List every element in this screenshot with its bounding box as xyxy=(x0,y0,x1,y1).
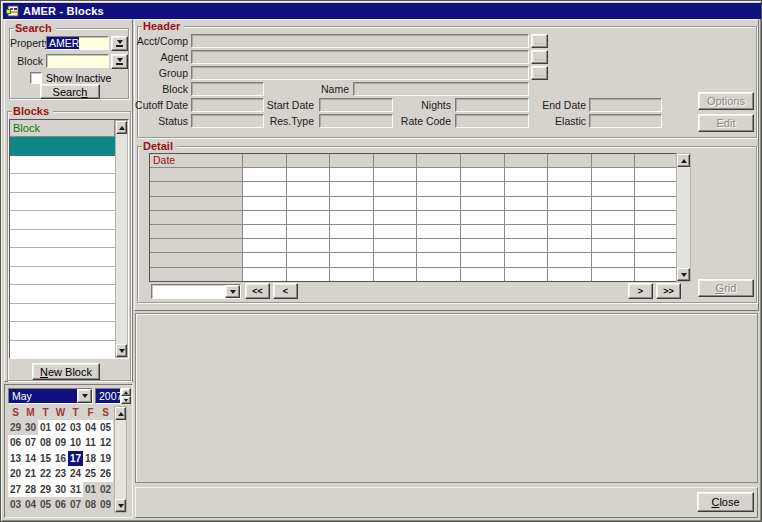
res-type-field[interactable] xyxy=(319,114,393,128)
detail-cell[interactable] xyxy=(548,168,591,181)
detail-cell[interactable] xyxy=(287,182,330,195)
titlebar[interactable]: AMER - Blocks xyxy=(3,3,761,19)
detail-date-cell[interactable] xyxy=(150,253,242,266)
detail-cell[interactable] xyxy=(592,211,635,224)
property-input[interactable]: AMER xyxy=(46,36,109,50)
spinner-up-icon[interactable] xyxy=(121,388,131,396)
detail-cell[interactable] xyxy=(592,168,635,181)
cutoff-date-field[interactable] xyxy=(191,98,264,112)
detail-column-header[interactable] xyxy=(505,154,548,167)
detail-cell[interactable] xyxy=(243,268,286,281)
calendar-day[interactable]: 09 xyxy=(98,497,113,512)
calendar-day[interactable]: 05 xyxy=(98,420,113,435)
calendar-day-selected[interactable]: 17 xyxy=(68,451,83,466)
calendar-day[interactable]: 11 xyxy=(83,435,98,450)
detail-date-cell[interactable] xyxy=(150,211,242,224)
detail-column-header[interactable] xyxy=(592,154,635,167)
block-list-row[interactable] xyxy=(10,341,115,359)
block-list-row[interactable] xyxy=(10,211,115,230)
rate-code-field[interactable] xyxy=(455,114,529,128)
detail-cell[interactable] xyxy=(461,253,504,266)
detail-column-header[interactable] xyxy=(548,154,591,167)
detail-cell[interactable] xyxy=(330,197,373,210)
detail-cell[interactable] xyxy=(374,211,417,224)
detail-cell[interactable] xyxy=(287,168,330,181)
detail-cell[interactable] xyxy=(287,253,330,266)
calendar-day[interactable]: 10 xyxy=(68,435,83,450)
detail-cell[interactable] xyxy=(330,168,373,181)
month-dropdown-button[interactable] xyxy=(77,389,92,403)
search-button[interactable]: Search xyxy=(40,84,100,99)
calendar-day[interactable]: 19 xyxy=(98,451,113,466)
detail-cell[interactable] xyxy=(548,182,591,195)
detail-cell[interactable] xyxy=(505,182,548,195)
blocks-scrollbar[interactable] xyxy=(115,120,128,358)
block-list-row[interactable] xyxy=(10,304,115,323)
calendar-day[interactable]: 21 xyxy=(23,466,38,481)
detail-cell[interactable] xyxy=(330,239,373,252)
calendar-day[interactable]: 04 xyxy=(23,497,38,512)
detail-cell[interactable] xyxy=(505,268,548,281)
detail-cell[interactable] xyxy=(287,197,330,210)
calendar-day[interactable]: 24 xyxy=(68,466,83,481)
acct-comp-field[interactable] xyxy=(191,34,529,48)
detail-cell[interactable] xyxy=(243,253,286,266)
calendar-day[interactable]: 14 xyxy=(23,451,38,466)
status-field[interactable] xyxy=(191,114,264,128)
detail-cell[interactable] xyxy=(635,268,678,281)
prev-page-button[interactable]: < xyxy=(273,283,298,299)
first-page-button[interactable]: << xyxy=(245,283,270,299)
edit-button[interactable]: Edit xyxy=(698,114,754,132)
detail-cell[interactable] xyxy=(548,253,591,266)
property-lov-button[interactable] xyxy=(111,36,128,51)
detail-cell[interactable] xyxy=(548,197,591,210)
detail-cell[interactable] xyxy=(635,225,678,238)
detail-cell[interactable] xyxy=(287,239,330,252)
block-list-row[interactable] xyxy=(10,156,115,175)
calendar-day[interactable]: 02 xyxy=(98,482,113,497)
block-header-field[interactable] xyxy=(191,82,264,96)
detail-cell[interactable] xyxy=(417,211,460,224)
detail-cell[interactable] xyxy=(461,239,504,252)
close-button[interactable]: Close xyxy=(697,492,754,512)
calendar-day[interactable]: 22 xyxy=(38,466,53,481)
detail-cell[interactable] xyxy=(461,197,504,210)
detail-cell[interactable] xyxy=(461,225,504,238)
detail-cell[interactable] xyxy=(330,211,373,224)
last-page-button[interactable]: >> xyxy=(656,283,681,299)
detail-column-header[interactable] xyxy=(243,154,286,167)
detail-cell[interactable] xyxy=(461,182,504,195)
calendar-day[interactable]: 31 xyxy=(68,482,83,497)
detail-cell[interactable] xyxy=(417,225,460,238)
scroll-up-icon[interactable] xyxy=(115,407,126,420)
detail-cell[interactable] xyxy=(287,211,330,224)
detail-cell[interactable] xyxy=(330,225,373,238)
year-spinner[interactable] xyxy=(121,388,131,404)
detail-cell[interactable] xyxy=(592,253,635,266)
calendar-day[interactable]: 07 xyxy=(68,497,83,512)
detail-cell[interactable] xyxy=(505,225,548,238)
detail-cell[interactable] xyxy=(374,168,417,181)
detail-cell[interactable] xyxy=(374,182,417,195)
calendar-day[interactable]: 12 xyxy=(98,435,113,450)
detail-cell[interactable] xyxy=(461,268,504,281)
block-lov-button[interactable] xyxy=(111,54,128,69)
detail-cell[interactable] xyxy=(635,182,678,195)
detail-cell[interactable] xyxy=(417,239,460,252)
detail-scrollbar[interactable] xyxy=(676,153,691,282)
detail-cell[interactable] xyxy=(592,239,635,252)
group-lov-button[interactable]: ... xyxy=(531,66,548,80)
calendar-day[interactable]: 28 xyxy=(23,482,38,497)
detail-column-header[interactable] xyxy=(461,154,504,167)
block-list-row[interactable] xyxy=(10,193,115,212)
detail-cell[interactable] xyxy=(243,239,286,252)
calendar-day[interactable]: 27 xyxy=(8,482,23,497)
spinner-down-icon[interactable] xyxy=(121,396,131,404)
show-inactive-checkbox[interactable] xyxy=(30,72,42,84)
detail-cell[interactable] xyxy=(417,182,460,195)
detail-cell[interactable] xyxy=(592,268,635,281)
block-list-row[interactable] xyxy=(10,230,115,249)
detail-cell[interactable] xyxy=(505,197,548,210)
detail-date-cell[interactable] xyxy=(150,182,242,195)
acct-comp-lov-button[interactable]: ... xyxy=(531,34,548,48)
